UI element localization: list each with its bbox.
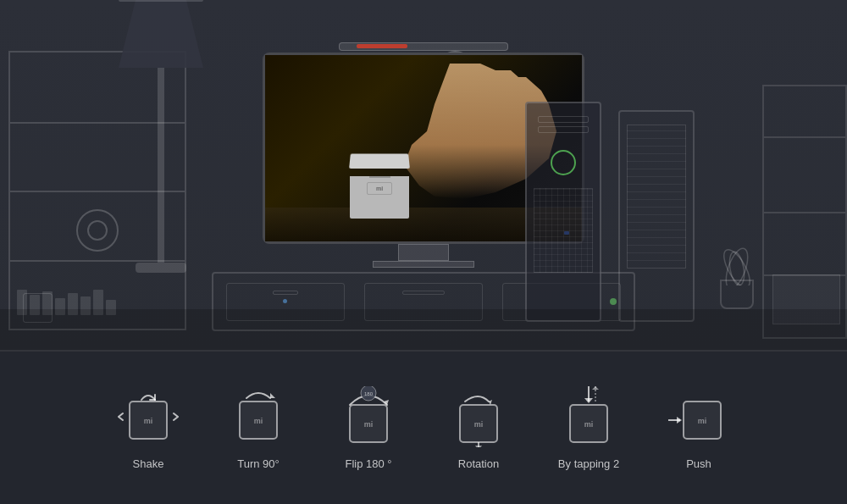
cube-front: mi: [350, 176, 409, 219]
pc-mesh: [534, 188, 593, 273]
gesture-push-icon: mi: [668, 386, 729, 447]
gesture-rotation-icon: mi: [448, 386, 509, 447]
gesture-flip180-icon: mi 180: [338, 386, 399, 447]
flip180-svg: mi 180: [338, 386, 399, 447]
svg-text:mi: mi: [254, 417, 263, 425]
right-bookshelf: [762, 85, 847, 339]
gesture-flip180: mi 180 Flip 180 °: [335, 386, 402, 470]
gesture-rotation: mi Rotation: [445, 386, 512, 470]
gesture-push: mi Push: [665, 386, 733, 470]
gesture-rotation-label: Rotation: [458, 457, 499, 470]
speaker-grille: [627, 125, 686, 269]
gestures-bar: mi Shake mi Turn 90°: [0, 352, 847, 504]
gesture-shake: mi Shake: [114, 386, 182, 470]
gesture-shake-icon: mi: [118, 386, 179, 447]
gesture-turn90-icon: mi: [228, 386, 289, 447]
gesture-tapping: mi By tapping 2: [555, 386, 623, 470]
svg-marker-21: [584, 398, 593, 403]
tapping-svg: mi: [558, 386, 619, 447]
svg-text:mi: mi: [698, 417, 707, 425]
svg-text:mi: mi: [144, 417, 153, 425]
svg-text:mi: mi: [364, 420, 374, 429]
gesture-shake-label: Shake: [133, 457, 164, 470]
svg-text:mi: mi: [584, 420, 594, 429]
lamp-pole: [158, 68, 164, 263]
plant-leaves-svg: [711, 226, 762, 285]
push-svg: mi: [668, 386, 729, 447]
gesture-flip180-label: Flip 180 °: [345, 457, 391, 470]
gesture-turn90: mi Turn 90°: [224, 386, 292, 470]
lamp-shade: [119, 0, 203, 68]
right-speaker-tower: [618, 110, 695, 322]
gesture-tapping-label: By tapping 2: [558, 457, 619, 470]
pc-drive-2: [538, 126, 589, 133]
tv-stand-base: [373, 261, 474, 268]
floor-lamp: [119, 0, 203, 273]
svg-marker-17: [475, 446, 482, 447]
pc-power-button: [551, 150, 576, 175]
gesture-turn90-label: Turn 90°: [237, 457, 280, 470]
svg-point-2: [728, 251, 747, 285]
plant-decoration: [711, 224, 762, 309]
gesture-tapping-icon: mi: [558, 386, 619, 447]
svg-text:mi: mi: [474, 420, 484, 429]
pc-drive-1: [538, 116, 589, 123]
lamp-base: [136, 263, 186, 273]
cube-top: [349, 154, 410, 169]
svg-marker-27: [677, 417, 682, 424]
rotation-svg: mi: [448, 386, 509, 447]
turn90-svg: mi: [228, 386, 289, 447]
svg-marker-23: [592, 386, 599, 390]
cube-on-table-video: mi: [350, 152, 409, 208]
tv-stand: [398, 244, 449, 261]
svg-text:180: 180: [364, 391, 374, 396]
svg-marker-7: [270, 393, 275, 398]
device-led: [283, 299, 287, 303]
room-illustration: mi mi: [0, 0, 847, 352]
shelf-speaker: [76, 209, 119, 252]
floor: [0, 309, 847, 352]
soundbar: [339, 42, 508, 51]
console-power-dot: [610, 298, 617, 305]
pc-tower: [525, 102, 601, 322]
shake-svg: mi: [118, 386, 179, 447]
gesture-push-label: Push: [686, 457, 711, 470]
